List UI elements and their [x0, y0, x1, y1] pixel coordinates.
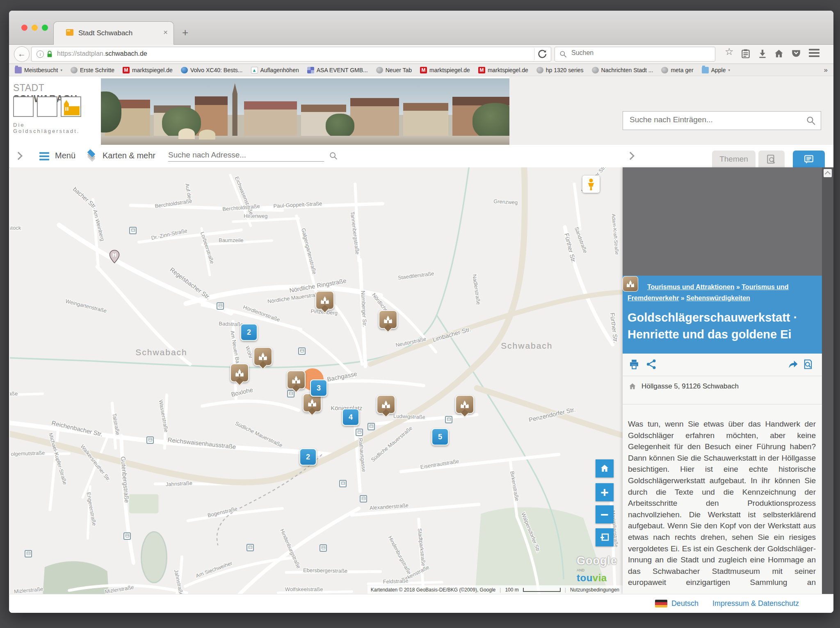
bookmark-star-icon[interactable]: ☆ — [725, 46, 734, 57]
breadcrumb-link[interactable]: Sehenswürdigkeiten — [686, 295, 750, 301]
bookmark-item[interactable]: Apple▾ — [702, 67, 730, 73]
imprint-link[interactable]: Impressum & Datenschutz — [712, 599, 799, 608]
bookmarks-bar: Meistbesucht▾Erste SchritteMmarktspiegel… — [9, 64, 833, 76]
bookmark-item[interactable]: Volvo XC40: Bests... — [181, 67, 243, 73]
transit-stop-icon[interactable] — [247, 544, 254, 551]
reading-list-icon[interactable] — [740, 48, 751, 59]
bookmark-item[interactable]: Mmarktspiegel.de — [420, 67, 470, 73]
transit-stop-icon[interactable] — [146, 436, 154, 444]
bookmark-item[interactable]: ▲Auflagenhöhen — [251, 67, 299, 73]
site-logo[interactable]: STADT SCHWABACH Die Goldschlägerstadt. — [11, 79, 93, 143]
cluster-marker-3[interactable]: 3 — [310, 379, 327, 397]
collapse-left-chevron-icon[interactable] — [14, 152, 23, 160]
transit-stop-icon[interactable] — [445, 416, 452, 423]
tab-close-icon[interactable]: × — [163, 28, 168, 37]
bookmark-item[interactable]: Mmarktspiegel.de — [478, 67, 528, 73]
back-button[interactable]: ← — [14, 46, 30, 62]
transit-stop-icon[interactable] — [320, 544, 327, 552]
detail-panel: Tourismus und Attraktionen » Tourismus u… — [623, 167, 822, 594]
scroll-up-icon[interactable] — [824, 169, 832, 177]
minimize-window-button[interactable] — [32, 25, 38, 31]
bookmark-item[interactable]: Nachrichten Stadt ... — [592, 67, 653, 73]
transit-stop-icon[interactable] — [129, 227, 137, 234]
search-icon — [806, 116, 816, 126]
browser-search-field[interactable] — [555, 47, 715, 62]
menu-hamburger-icon[interactable] — [809, 47, 819, 59]
breadcrumb-link[interactable]: Tourismus und Attraktionen — [647, 283, 734, 290]
forward-share-icon[interactable] — [788, 359, 799, 370]
zoom-out-button[interactable]: − — [596, 505, 614, 523]
close-window-button[interactable] — [21, 25, 27, 31]
browser-tab[interactable]: Stadt Schwabach × — [53, 21, 174, 45]
bookmark-item[interactable]: Neuer Tab — [376, 67, 412, 73]
bookmark-item[interactable]: Mmarktspiegel.de — [123, 67, 173, 73]
bookmark-item[interactable]: ASA EVENT GMB... — [307, 67, 368, 73]
language-link[interactable]: Deutsch — [655, 599, 698, 608]
sight-castle-marker[interactable] — [455, 395, 474, 414]
home-icon[interactable] — [774, 48, 784, 59]
address-home-icon — [628, 382, 637, 391]
map-home-button[interactable] — [596, 459, 614, 477]
print-icon[interactable] — [628, 359, 640, 370]
transit-stop-icon[interactable] — [356, 429, 363, 436]
cluster-marker-5[interactable]: 5 — [431, 428, 449, 445]
cluster-marker-2[interactable]: 2 — [299, 448, 317, 466]
sight-castle-marker[interactable] — [253, 347, 272, 366]
address-search-field[interactable] — [168, 149, 340, 164]
sight-castle-marker[interactable] — [230, 363, 249, 382]
tab-detail-active[interactable] — [793, 151, 825, 167]
sight-castle-marker[interactable] — [315, 291, 334, 310]
sight-castle-marker[interactable] — [377, 395, 395, 414]
layers-icon[interactable] — [86, 150, 98, 161]
menu-button[interactable]: Menü — [55, 151, 75, 160]
url-bar[interactable]: i https://stadtplan.schwabach.de — [31, 47, 551, 62]
terms-link[interactable]: Nutzungsbedingungen — [570, 587, 619, 593]
entries-search-input[interactable] — [629, 115, 803, 125]
bookmark-item[interactable]: meta ger — [661, 67, 693, 73]
transit-stop-icon[interactable] — [287, 390, 294, 397]
address-search-input[interactable] — [168, 149, 324, 162]
entries-search-field[interactable] — [623, 111, 821, 130]
zoom-in-button[interactable]: + — [596, 483, 614, 501]
bookmark-item[interactable]: hp 1320 series — [536, 67, 584, 73]
fullscreen-map-button[interactable] — [596, 528, 614, 546]
reload-button[interactable] — [534, 48, 549, 60]
downloads-icon[interactable] — [757, 48, 768, 59]
transit-stop-icon[interactable] — [25, 550, 32, 557]
transit-stop-icon[interactable] — [368, 423, 375, 430]
pocket-icon[interactable] — [791, 48, 801, 59]
transit-stop-icon[interactable] — [217, 302, 224, 310]
browser-window: Stadt Schwabach × + ← i https://stadtpla… — [9, 11, 833, 613]
page-info-icon[interactable]: i — [37, 50, 44, 58]
map-canvas[interactable]: SchwabachSchwabach Paul-Goppelt-StraßeHi… — [10, 167, 623, 594]
address-text: Höllgasse 5, 91126 Schwabach — [641, 382, 739, 391]
sight-castle-marker[interactable] — [287, 370, 306, 389]
street-label: olgemutstraße — [11, 450, 45, 457]
cluster-marker-2[interactable]: 2 — [240, 324, 258, 341]
transit-stop-icon[interactable] — [339, 480, 347, 487]
globe-icon — [71, 67, 78, 73]
tab-themen[interactable]: Themen — [712, 151, 756, 167]
svg-text:H: H — [112, 252, 116, 258]
bookmark-item[interactable]: Erste Schritte — [71, 67, 114, 73]
sight-castle-marker[interactable] — [379, 310, 397, 329]
hospital-pin-marker[interactable]: H — [109, 250, 120, 265]
menu-hamburger-icon[interactable] — [39, 151, 49, 162]
collapse-panel-chevron-icon[interactable] — [626, 152, 635, 160]
maps-and-more-button[interactable]: Karten & mehr — [103, 151, 155, 160]
transit-stop-icon[interactable] — [360, 495, 367, 502]
tab-search-entries[interactable] — [758, 151, 785, 167]
bookmarks-overflow-chevron[interactable]: » — [824, 66, 828, 74]
browser-search-input[interactable] — [571, 49, 708, 57]
touvia-logo: touvia — [577, 572, 617, 584]
page-zoom-icon[interactable] — [802, 359, 814, 370]
panel-scrollbar[interactable] — [822, 167, 833, 594]
transit-stop-icon[interactable] — [298, 347, 306, 355]
share-icon[interactable] — [646, 359, 657, 370]
transit-stop-icon[interactable] — [123, 532, 131, 540]
new-tab-button[interactable]: + — [182, 26, 188, 39]
pegman-street-view-icon[interactable] — [582, 176, 600, 193]
zoom-window-button[interactable] — [42, 25, 48, 31]
cluster-marker-4[interactable]: 4 — [342, 409, 359, 426]
bookmark-item[interactable]: Meistbesucht▾ — [15, 67, 62, 73]
